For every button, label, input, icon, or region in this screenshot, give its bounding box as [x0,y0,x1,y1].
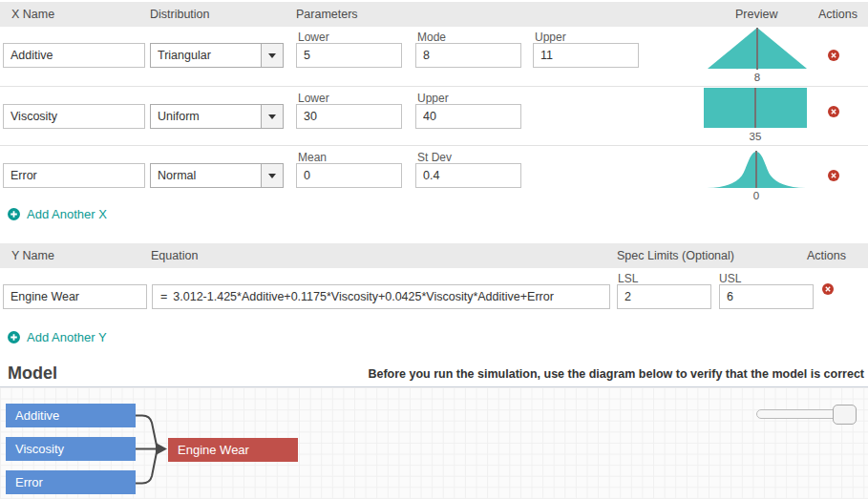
param-input-mode[interactable] [415,43,521,68]
monte-carlo-model-setup: X Name Distribution Parameters Preview A… [0,0,868,499]
param-label: Lower [298,92,329,105]
param-label: Mean [298,151,327,164]
delete-row-icon[interactable] [828,50,839,61]
plus-icon [8,331,20,343]
param-input-stdev[interactable] [415,163,521,188]
distribution-select[interactable]: Normal [150,163,284,188]
param-input-lower[interactable] [296,43,402,68]
x-name-header: X Name [11,8,54,21]
equals-prefix: = [153,290,173,303]
row-divider [0,145,868,146]
uniform-distribution-preview [704,88,807,128]
dropdown-button[interactable] [261,105,283,128]
param-input-upper[interactable] [533,43,639,68]
param-label: Upper [417,92,449,105]
distribution-selected: Normal [151,169,261,182]
param-label: St Dev [417,151,452,164]
equation-header: Equation [151,249,198,262]
distribution-selected: Triangular [151,49,261,62]
delete-row-icon[interactable] [828,106,839,117]
model-node-viscosity: Viscosity [6,437,136,461]
usl-input[interactable] [719,284,814,309]
chevron-down-icon [268,174,276,178]
chevron-down-icon [268,53,276,58]
diagram-zoom-slider-handle[interactable] [833,405,857,425]
normal-distribution-preview [706,147,807,189]
preview-center-value: 0 [737,190,775,201]
arrowhead-icon [156,443,167,455]
preview-center-value: 35 [736,131,774,142]
x-name-input[interactable] [3,104,145,129]
row-divider [0,86,868,87]
x-name-input[interactable] [3,163,145,188]
x-name-input[interactable] [3,43,145,68]
add-another-x-label: Add Another X [27,207,107,221]
distribution-select[interactable]: Triangular [150,43,284,68]
distribution-selected: Uniform [151,110,261,123]
preview-center-value: 8 [738,72,776,83]
lsl-input[interactable] [617,284,711,309]
model-section-title: Model [8,364,57,384]
actions-header: Actions [807,249,846,262]
equation-field[interactable]: = 3.012-1.425*Additive+0.1175*Viscosity+… [152,284,610,309]
model-node-error: Error [6,470,136,494]
add-another-y-link[interactable]: Add Another Y [8,330,107,344]
parameters-header: Parameters [296,8,358,21]
equation-text: 3.012-1.425*Additive+0.1175*Viscosity+0.… [173,290,554,303]
plus-icon [8,208,20,220]
delete-row-icon[interactable] [822,283,834,295]
dropdown-button[interactable] [261,164,283,187]
lsl-label: LSL [618,272,638,285]
param-label: Upper [535,31,566,44]
triangular-distribution-preview [708,28,807,70]
param-input-mean[interactable] [296,163,402,188]
dropdown-button[interactable] [261,44,283,67]
preview-header: Preview [735,8,777,21]
y-name-input[interactable] [3,284,147,309]
model-instruction-text: Before you run the simulation, use the d… [368,367,864,381]
actions-header: Actions [818,8,857,21]
chevron-down-icon [268,114,276,119]
param-input-upper[interactable] [415,104,521,129]
param-label: Mode [417,31,446,44]
add-another-y-label: Add Another Y [27,330,107,344]
x-table-header: X Name Distribution Parameters Preview A… [0,2,868,27]
y-table-header: Y Name Equation Spec Limits (Optional) A… [0,243,868,268]
param-label: Lower [298,31,329,44]
model-diagram-canvas: Additive Viscosity Error Engine Wear [0,387,868,499]
add-another-x-link[interactable]: Add Another X [8,207,107,221]
model-node-engine-wear: Engine Wear [168,438,298,462]
model-node-additive: Additive [6,404,136,427]
y-name-header: Y Name [11,249,54,262]
distribution-select[interactable]: Uniform [150,104,284,129]
distribution-header: Distribution [150,8,210,21]
spec-limits-header: Spec Limits (Optional) [617,249,734,262]
usl-label: USL [719,272,741,285]
delete-row-icon[interactable] [828,170,839,181]
param-input-lower[interactable] [296,104,402,129]
